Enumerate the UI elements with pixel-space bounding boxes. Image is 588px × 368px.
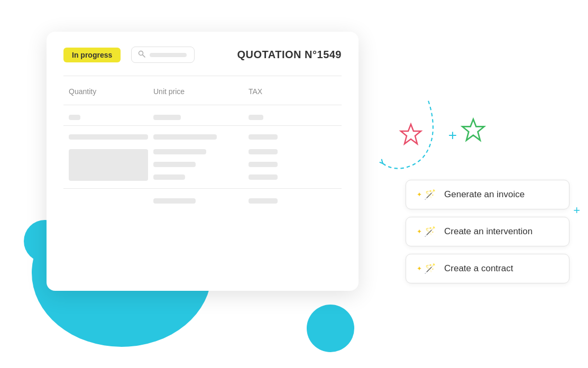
row-divider	[63, 125, 342, 126]
generate-invoice-label: Generate an invoice	[444, 189, 525, 200]
search-icon	[138, 50, 145, 59]
create-intervention-label: Create an intervention	[444, 226, 532, 237]
skeleton-cell	[153, 134, 217, 140]
search-box[interactable]	[131, 47, 195, 63]
card-header: In progress QUOTATION N°1549	[63, 47, 342, 63]
skeleton-cell	[249, 134, 278, 140]
generate-invoice-button[interactable]: ✦ 🪄 Generate an invoice	[406, 180, 569, 209]
quotation-card: In progress QUOTATION N°1549 Quantity Un…	[47, 32, 359, 291]
plus-blue-icon: +	[448, 127, 457, 144]
skeleton-cell	[249, 198, 278, 204]
action-buttons-container: ✦ 🪄 Generate an invoice ✦ 🪄 Create an in…	[406, 180, 569, 283]
status-badge: In progress	[63, 48, 121, 62]
star-red-icon	[398, 122, 424, 153]
search-input-placeholder	[150, 53, 187, 57]
table-row	[63, 195, 342, 207]
skeleton-cell	[69, 134, 148, 140]
create-contract-label: Create a contract	[444, 263, 513, 274]
skeleton-block	[69, 149, 148, 181]
table-divider	[63, 105, 342, 105]
skeleton-cell	[153, 174, 185, 180]
svg-marker-3	[462, 119, 484, 140]
skeleton-cell	[153, 162, 196, 167]
skeleton-cell	[69, 115, 80, 120]
col-quantity-header: Quantity	[69, 87, 96, 96]
row-divider	[63, 188, 342, 189]
skeleton-cell	[249, 174, 278, 180]
col-unit-price-header: Unit price	[153, 87, 185, 96]
create-intervention-button[interactable]: ✦ 🪄 Create an intervention	[406, 217, 569, 246]
star-green-icon	[459, 116, 488, 151]
col-tax-header: TAX	[249, 87, 262, 96]
skeleton-cell	[249, 162, 278, 167]
skeleton-cell	[249, 149, 278, 154]
plus-right-icon: +	[573, 204, 580, 217]
skeleton-cell	[249, 115, 263, 120]
svg-line-1	[143, 55, 145, 58]
create-contract-button[interactable]: ✦ 🪄 Create a contract	[406, 254, 569, 283]
header-divider	[63, 76, 342, 76]
skeleton-cell	[153, 149, 206, 154]
table-row	[63, 145, 342, 185]
skeleton-cell	[153, 115, 181, 120]
table-row	[63, 112, 342, 123]
skeleton-cell	[153, 198, 196, 204]
quotation-title: QUOTATION N°1549	[237, 49, 342, 61]
table-header: Quantity Unit price TAX	[63, 87, 342, 96]
wand-sparkle-icon: ✦ 🪄	[417, 263, 436, 274]
blob-small-bottom	[307, 305, 354, 352]
wand-sparkle-icon: ✦ 🪄	[417, 189, 436, 200]
wand-sparkle-icon: ✦ 🪄	[417, 226, 436, 237]
svg-marker-2	[401, 124, 421, 144]
table-row	[63, 131, 342, 143]
